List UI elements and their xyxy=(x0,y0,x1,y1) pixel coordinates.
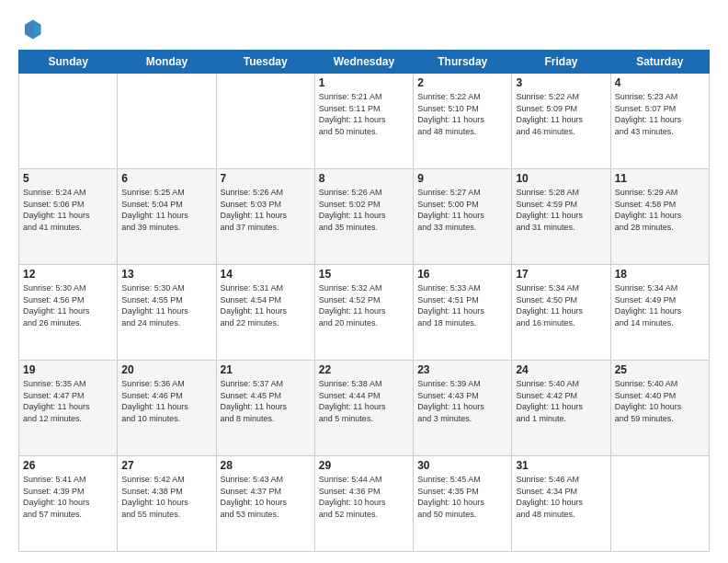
day-cell: 21Sunrise: 5:37 AM Sunset: 4:45 PM Dayli… xyxy=(216,361,314,456)
day-info: Sunrise: 5:25 AM Sunset: 5:04 PM Dayligh… xyxy=(121,187,211,233)
day-info: Sunrise: 5:27 AM Sunset: 5:00 PM Dayligh… xyxy=(417,187,507,233)
day-cell: 3Sunrise: 5:22 AM Sunset: 5:09 PM Daylig… xyxy=(512,74,610,169)
day-info: Sunrise: 5:26 AM Sunset: 5:02 PM Dayligh… xyxy=(319,187,409,233)
day-cell: 26Sunrise: 5:41 AM Sunset: 4:39 PM Dayli… xyxy=(19,456,118,552)
day-info: Sunrise: 5:43 AM Sunset: 4:37 PM Dayligh… xyxy=(221,474,311,520)
day-number: 13 xyxy=(121,268,211,281)
day-info: Sunrise: 5:35 AM Sunset: 4:47 PM Dayligh… xyxy=(23,378,113,424)
day-info: Sunrise: 5:46 AM Sunset: 4:34 PM Dayligh… xyxy=(516,474,606,520)
day-number: 21 xyxy=(221,363,311,376)
day-cell: 19Sunrise: 5:35 AM Sunset: 4:47 PM Dayli… xyxy=(19,361,118,456)
day-number: 12 xyxy=(23,268,113,281)
day-info: Sunrise: 5:28 AM Sunset: 4:59 PM Dayligh… xyxy=(516,187,606,233)
weekday-header-tuesday: Tuesday xyxy=(216,51,314,74)
week-row-5: 26Sunrise: 5:41 AM Sunset: 4:39 PM Dayli… xyxy=(19,456,710,552)
day-number: 28 xyxy=(221,459,311,472)
weekday-header-wednesday: Wednesday xyxy=(314,51,413,74)
day-cell: 8Sunrise: 5:26 AM Sunset: 5:02 PM Daylig… xyxy=(314,169,413,265)
day-cell: 6Sunrise: 5:25 AM Sunset: 5:04 PM Daylig… xyxy=(118,169,216,265)
day-number: 7 xyxy=(221,172,311,185)
weekday-header-thursday: Thursday xyxy=(414,51,512,74)
day-cell xyxy=(118,74,216,169)
week-row-2: 5Sunrise: 5:24 AM Sunset: 5:06 PM Daylig… xyxy=(19,169,710,265)
day-number: 2 xyxy=(417,76,507,89)
day-info: Sunrise: 5:33 AM Sunset: 4:51 PM Dayligh… xyxy=(417,282,507,328)
day-info: Sunrise: 5:36 AM Sunset: 4:46 PM Dayligh… xyxy=(121,378,211,424)
day-info: Sunrise: 5:31 AM Sunset: 4:54 PM Dayligh… xyxy=(221,282,311,328)
day-number: 17 xyxy=(516,268,606,281)
day-number: 16 xyxy=(417,268,507,281)
day-number: 15 xyxy=(319,268,409,281)
day-info: Sunrise: 5:22 AM Sunset: 5:10 PM Dayligh… xyxy=(417,91,507,137)
day-info: Sunrise: 5:30 AM Sunset: 4:56 PM Dayligh… xyxy=(23,282,113,328)
day-cell xyxy=(610,456,709,552)
week-row-3: 12Sunrise: 5:30 AM Sunset: 4:56 PM Dayli… xyxy=(19,265,710,361)
day-cell: 10Sunrise: 5:28 AM Sunset: 4:59 PM Dayli… xyxy=(512,169,610,265)
day-info: Sunrise: 5:39 AM Sunset: 4:43 PM Dayligh… xyxy=(417,378,507,424)
day-info: Sunrise: 5:45 AM Sunset: 4:35 PM Dayligh… xyxy=(417,474,507,520)
day-info: Sunrise: 5:38 AM Sunset: 4:44 PM Dayligh… xyxy=(319,378,409,424)
day-info: Sunrise: 5:34 AM Sunset: 4:49 PM Dayligh… xyxy=(615,282,705,328)
day-info: Sunrise: 5:21 AM Sunset: 5:11 PM Dayligh… xyxy=(319,91,409,137)
day-number: 27 xyxy=(121,459,211,472)
header xyxy=(18,17,710,42)
day-number: 14 xyxy=(221,268,311,281)
day-info: Sunrise: 5:29 AM Sunset: 4:58 PM Dayligh… xyxy=(615,187,705,233)
weekday-header-sunday: Sunday xyxy=(19,51,118,74)
day-cell: 12Sunrise: 5:30 AM Sunset: 4:56 PM Dayli… xyxy=(19,265,118,361)
day-cell xyxy=(216,74,314,169)
day-number: 4 xyxy=(615,76,705,89)
day-info: Sunrise: 5:42 AM Sunset: 4:38 PM Dayligh… xyxy=(121,474,211,520)
day-info: Sunrise: 5:40 AM Sunset: 4:40 PM Dayligh… xyxy=(615,378,705,424)
day-cell: 28Sunrise: 5:43 AM Sunset: 4:37 PM Dayli… xyxy=(216,456,314,552)
day-cell: 27Sunrise: 5:42 AM Sunset: 4:38 PM Dayli… xyxy=(118,456,216,552)
weekday-header-saturday: Saturday xyxy=(610,51,709,74)
day-cell: 18Sunrise: 5:34 AM Sunset: 4:49 PM Dayli… xyxy=(610,265,709,361)
day-cell: 7Sunrise: 5:26 AM Sunset: 5:03 PM Daylig… xyxy=(216,169,314,265)
day-info: Sunrise: 5:26 AM Sunset: 5:03 PM Dayligh… xyxy=(221,187,311,233)
day-number: 11 xyxy=(615,172,705,185)
day-number: 30 xyxy=(417,459,507,472)
day-cell: 4Sunrise: 5:23 AM Sunset: 5:07 PM Daylig… xyxy=(610,74,709,169)
day-cell: 24Sunrise: 5:40 AM Sunset: 4:42 PM Dayli… xyxy=(512,361,610,456)
day-cell: 5Sunrise: 5:24 AM Sunset: 5:06 PM Daylig… xyxy=(19,169,118,265)
weekday-header-row: SundayMondayTuesdayWednesdayThursdayFrid… xyxy=(19,51,710,74)
day-cell: 16Sunrise: 5:33 AM Sunset: 4:51 PM Dayli… xyxy=(414,265,512,361)
page: SundayMondayTuesdayWednesdayThursdayFrid… xyxy=(0,0,728,563)
day-number: 19 xyxy=(23,363,113,376)
day-info: Sunrise: 5:30 AM Sunset: 4:55 PM Dayligh… xyxy=(121,282,211,328)
day-cell: 9Sunrise: 5:27 AM Sunset: 5:00 PM Daylig… xyxy=(414,169,512,265)
week-row-4: 19Sunrise: 5:35 AM Sunset: 4:47 PM Dayli… xyxy=(19,361,710,456)
day-number: 8 xyxy=(319,172,409,185)
day-number: 25 xyxy=(615,363,705,376)
day-info: Sunrise: 5:41 AM Sunset: 4:39 PM Dayligh… xyxy=(23,474,113,520)
day-cell: 23Sunrise: 5:39 AM Sunset: 4:43 PM Dayli… xyxy=(414,361,512,456)
day-info: Sunrise: 5:23 AM Sunset: 5:07 PM Dayligh… xyxy=(615,91,705,137)
logo-icon xyxy=(18,17,44,42)
day-cell: 17Sunrise: 5:34 AM Sunset: 4:50 PM Dayli… xyxy=(512,265,610,361)
day-number: 18 xyxy=(615,268,705,281)
weekday-header-friday: Friday xyxy=(512,51,610,74)
day-cell: 30Sunrise: 5:45 AM Sunset: 4:35 PM Dayli… xyxy=(414,456,512,552)
calendar-table: SundayMondayTuesdayWednesdayThursdayFrid… xyxy=(18,50,710,552)
day-number: 10 xyxy=(516,172,606,185)
day-number: 9 xyxy=(417,172,507,185)
day-number: 20 xyxy=(121,363,211,376)
day-number: 31 xyxy=(516,459,606,472)
day-number: 26 xyxy=(23,459,113,472)
day-number: 6 xyxy=(121,172,211,185)
day-info: Sunrise: 5:44 AM Sunset: 4:36 PM Dayligh… xyxy=(319,474,409,520)
week-row-1: 1Sunrise: 5:21 AM Sunset: 5:11 PM Daylig… xyxy=(19,74,710,169)
day-cell: 29Sunrise: 5:44 AM Sunset: 4:36 PM Dayli… xyxy=(314,456,413,552)
weekday-header-monday: Monday xyxy=(118,51,216,74)
day-info: Sunrise: 5:32 AM Sunset: 4:52 PM Dayligh… xyxy=(319,282,409,328)
day-number: 23 xyxy=(417,363,507,376)
day-info: Sunrise: 5:22 AM Sunset: 5:09 PM Dayligh… xyxy=(516,91,606,137)
day-number: 24 xyxy=(516,363,606,376)
day-number: 22 xyxy=(319,363,409,376)
day-number: 29 xyxy=(319,459,409,472)
day-info: Sunrise: 5:40 AM Sunset: 4:42 PM Dayligh… xyxy=(516,378,606,424)
day-cell: 2Sunrise: 5:22 AM Sunset: 5:10 PM Daylig… xyxy=(414,74,512,169)
day-cell: 15Sunrise: 5:32 AM Sunset: 4:52 PM Dayli… xyxy=(314,265,413,361)
day-cell: 14Sunrise: 5:31 AM Sunset: 4:54 PM Dayli… xyxy=(216,265,314,361)
